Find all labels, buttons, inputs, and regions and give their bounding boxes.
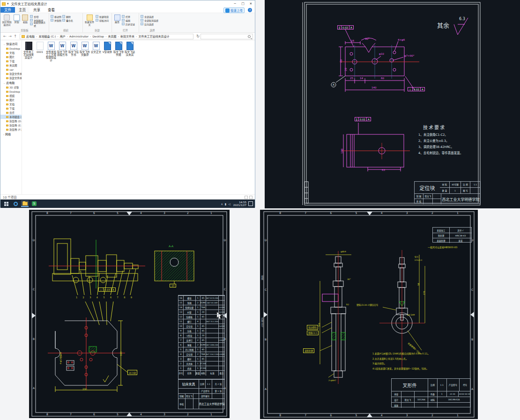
sidebar-quick-access[interactable]: ⌄快速访问 [0,41,22,46]
taskbar-green-app-icon[interactable]: S [30,200,38,207]
file-item[interactable]: 程文飞任务书 [68,42,79,56]
sidebar-item[interactable]: Desktop [0,46,22,51]
rivet-mark-note: 塑料(ZL30-2)铆压记号 [357,303,378,306]
frame-letters-right: DCBA [470,215,474,413]
help-icon[interactable]: ? [248,8,252,12]
file-item[interactable]: 论文正文 [90,42,102,53]
sidebar-item[interactable]: 视频 [0,94,22,98]
file-item[interactable]: 程文飞开题报告书 [57,42,68,56]
sidebar-item[interactable]: 下载 [0,59,22,63]
sidebar-item[interactable]: 新加卷 (F:) [0,127,22,132]
breadcrumb-segment[interactable]: 新建文件夹 [120,34,138,38]
cloud-upload-icon [225,8,230,13]
breadcrumb-segment[interactable]: 本地磁盘 (C:) [38,34,59,38]
sidebar-item[interactable]: 夹具图 [0,63,22,67]
thumbnail-view-icon[interactable] [249,196,253,199]
sidebar-item[interactable]: 文档 [0,51,22,55]
file-icon [25,42,32,50]
drive-icon [6,91,8,93]
invert-selection-button[interactable]: 反向选择 [141,22,158,26]
tab-file[interactable]: 文件 [0,7,15,13]
minimize-button[interactable]: ─ [231,0,239,7]
sidebar-item[interactable]: 文档 [0,102,22,106]
sidebar-item[interactable]: 下载 [0,106,22,111]
breadcrumb-segment[interactable]: Administrator [69,35,92,38]
rename-button[interactable]: 重命名 [62,18,73,22]
assembly-front-view [52,239,138,325]
sidebar-item[interactable]: 音乐 [0,111,22,115]
drive-icon [6,112,8,114]
sidebar-item[interactable]: 图片 [0,98,22,102]
breadcrumb[interactable]: 此电脑本地磁盘 (C:)用户AdministratorDesktop夹具图新建文… [20,34,193,39]
sidebar-item[interactable]: 新加卷 (E:) [0,123,22,127]
taskbar-browser-icon[interactable] [12,200,19,207]
file-item[interactable]: 程文飞零件图 [113,42,124,56]
file-item[interactable]: 0001 [34,42,45,53]
edit-button[interactable]: 编辑 [122,18,135,22]
upload-button[interactable]: 极速上传 [223,7,245,13]
paste-shortcut-icon [30,22,33,25]
copy-to-button[interactable]: 复制到 [51,18,61,22]
easy-access-button[interactable]: 轻松访问 [96,18,109,22]
copy-button[interactable]: 复制 [13,14,20,24]
delete-button[interactable]: 删除 [62,15,73,18]
new-item-button[interactable]: 新建项目 [96,15,109,18]
select-none-button[interactable]: 全部取消选择 [141,18,158,22]
select-all-button[interactable]: 全部选择 [141,15,158,18]
section-view [155,251,194,284]
network-icon[interactable]: ▮ [225,202,226,206]
sidebar-item[interactable]: 图片 [0,55,22,59]
maximize-button[interactable]: □ [239,0,247,7]
back-button[interactable]: ← [2,34,7,38]
tab-share[interactable]: 共享 [30,7,44,13]
details-view-icon[interactable] [245,196,248,199]
taskbar-clock[interactable]: 14:55 2021/1/27 [233,201,246,206]
taskbar-explorer-icon[interactable] [21,200,29,207]
refresh-icon[interactable]: ↻ [196,34,200,38]
sidebar-this-pc[interactable]: ⌄此电脑 [0,80,22,85]
file-item[interactable]: 文件夹加工工艺规程课程设计 [45,42,57,62]
close-button[interactable]: ✕ [247,0,255,7]
breadcrumb-segment[interactable]: Desktop [92,35,108,38]
folder-icon [22,35,25,38]
file-item[interactable]: 程文飞钻床夹具 [124,42,135,56]
search-input[interactable] [201,34,253,39]
move-to-button[interactable]: 移动到 [51,15,61,18]
volume-icon[interactable]: ◁ [228,202,230,206]
forward-button[interactable]: → [7,34,13,38]
sidebar-item[interactable]: 本地磁盘 (C:) [0,115,22,119]
paste-shortcut-button[interactable]: 粘贴快捷方式 [30,22,47,26]
notification-center-icon[interactable] [248,201,253,206]
sidebar-item[interactable]: 新建文件夹 (2) [0,76,22,80]
drawing-border [305,2,480,205]
up-button[interactable]: ↑ [13,34,18,38]
quick-access-toolbar-icon[interactable]: ▾ [7,2,9,6]
sidebar-item[interactable]: Desktop [0,89,22,94]
file-item[interactable]: 文件夹工艺钻线夹具设计 [23,42,34,59]
breadcrumb-segment[interactable]: 用户 [60,34,69,38]
cut-button[interactable]: 剪切 [30,15,47,18]
drive-icon [6,129,8,131]
balloon-number: 5 [103,296,104,299]
start-button[interactable] [2,200,10,207]
open-button[interactable]: 打开 [122,15,135,18]
tab-view[interactable]: 查看 [44,7,59,13]
history-button[interactable]: 历史记录 [122,22,135,26]
sidebar-item[interactable]: 3D 对象 [0,85,22,89]
sidebar-network[interactable]: ›网络 [0,132,22,137]
properties-button[interactable]: 属性 [113,14,121,24]
pin-to-quick-access-button[interactable]: 固定到快速访问 [2,14,12,26]
title-block: 定位块 材 料 45号钢 比 例 1:1 数 量 1 图 号 制 [414,181,481,204]
sidebar-item[interactable]: 新加卷 (D:) [0,119,22,123]
paste-button[interactable]: 粘贴 [22,14,29,24]
file-item[interactable]: 程文飞外文翻译 [79,42,90,56]
file-item[interactable]: V型块体 [102,42,113,53]
tray-chevron-icon[interactable]: ∧ [221,202,223,206]
tab-home[interactable]: 主页 [15,7,30,13]
sidebar-item[interactable]: var [0,67,22,72]
breadcrumb-segment[interactable]: 文件夹工艺钻线夹具设计 [138,34,172,38]
breadcrumb-segment[interactable]: 夹具图 [108,34,120,38]
new-folder-button[interactable]: 新建文件夹 [84,14,95,26]
breadcrumb-segment[interactable]: 此电脑 [26,34,38,38]
sidebar-item[interactable]: 新建文件夹 [0,72,22,76]
